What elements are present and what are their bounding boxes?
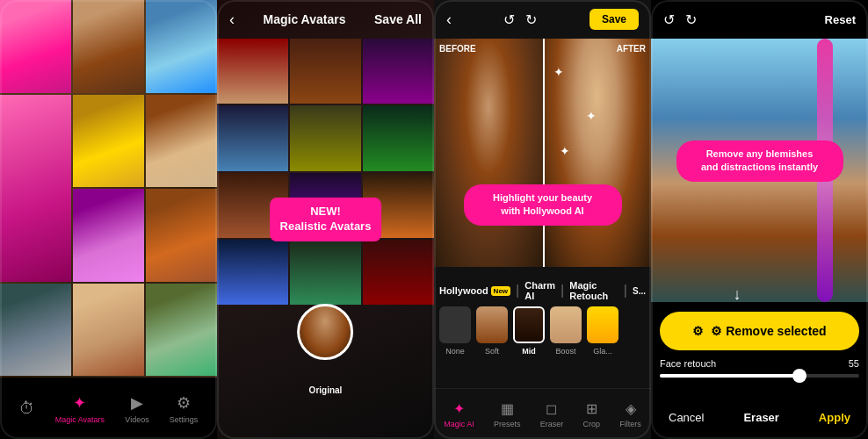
tab-crop[interactable]: ⊞ Crop: [583, 400, 601, 428]
collage-cell: [73, 284, 144, 377]
remove-selected-button[interactable]: ⚙ ⚙ Remove selected: [660, 312, 859, 350]
tab-magic-ai[interactable]: ✦ Magic AI: [444, 400, 474, 428]
original-avatar-circle[interactable]: [297, 304, 353, 360]
remove-selected-icon: ⚙: [692, 324, 704, 338]
avatar-cell: [290, 240, 361, 305]
sparkle-icon: ✦: [586, 109, 597, 123]
sparkle-icon: ✦: [553, 65, 564, 79]
avatar-collage-grid: [0, 0, 217, 378]
bottom-nav: ⏱ ✦ Magic Avatars ▶ Videos ⚙ Settings: [0, 378, 217, 439]
back-button[interactable]: ‹: [229, 11, 235, 29]
face-retouch-slider[interactable]: [660, 374, 859, 378]
collage-cell: [0, 284, 71, 377]
collage-cell: [146, 95, 217, 188]
settings-icon: ⚙: [177, 393, 191, 413]
cancel-button[interactable]: Cancel: [669, 411, 704, 424]
undo-button[interactable]: ↺: [663, 11, 675, 28]
slider-thumb[interactable]: [792, 369, 807, 383]
save-button[interactable]: Save: [590, 9, 639, 30]
history-icon: ⏱: [19, 399, 35, 418]
avatar-cell: [217, 173, 288, 238]
preset-s[interactable]: S...: [633, 286, 646, 296]
collage-cell: [0, 0, 71, 93]
highlight-text: Highlight your beautywith Hollywood AI: [493, 192, 592, 216]
tab-presets[interactable]: ▦ Presets: [494, 400, 521, 428]
header-title: Magic Avatars: [264, 12, 346, 26]
preset-magic-retouch[interactable]: Magic Retouch: [569, 280, 618, 301]
editor-bottom-tabs: ✦ Magic AI ▦ Presets ◻ Eraser ⊞ Crop ◈ F…: [434, 388, 651, 439]
intensity-none[interactable]: None: [439, 306, 471, 356]
avatar-grid: [217, 39, 434, 439]
panel-magic-avatars: ⏱ ✦ Magic Avatars ▶ Videos ⚙ Settings: [0, 0, 217, 439]
bottom-action-bar: Cancel Eraser Apply: [651, 395, 868, 439]
intensity-soft[interactable]: Soft: [476, 306, 508, 356]
nav-label-videos: Videos: [125, 415, 148, 424]
after-label: AFTER: [617, 44, 646, 54]
blemish-text: Remove any blemishesand distractions ins…: [701, 148, 818, 172]
preset-charm-ai[interactable]: Charm AI: [524, 280, 555, 301]
tab-presets-label: Presets: [494, 420, 521, 428]
tab-eraser[interactable]: ◻ Eraser: [540, 400, 564, 428]
sparkle-icon: ✦: [560, 144, 570, 158]
filters-icon: ◈: [626, 400, 636, 417]
face-retouch-label-row: Face retouch 55: [660, 358, 859, 369]
avatar-cell: [290, 39, 361, 104]
new-tag: New: [491, 286, 510, 296]
before-after-compare: BEFORE AFTER ✦ ✦ ✦: [434, 39, 651, 267]
avatar-cell: [363, 105, 434, 170]
nav-item-videos[interactable]: ▶ Videos: [125, 393, 148, 424]
avatar-cell: [217, 105, 288, 170]
apply-button[interactable]: Apply: [819, 411, 850, 424]
slider-fill: [660, 374, 799, 378]
collage-cell: [73, 0, 144, 93]
magic-ai-icon: ✦: [453, 400, 465, 417]
videos-icon: ▶: [131, 393, 143, 413]
remove-selected-label: ⚙ Remove selected: [711, 324, 826, 338]
tab-eraser-label: Eraser: [540, 420, 564, 428]
collage-cell: [146, 189, 217, 282]
magic-avatars-icon: ✦: [73, 393, 86, 413]
panel-header: ↺ ↻ Reset: [651, 0, 868, 39]
avatar-cell: [363, 240, 434, 305]
arrow-down-icon: ↓: [734, 285, 741, 304]
tab-crop-label: Crop: [583, 420, 601, 428]
blemish-bubble: Remove any blemishesand distractions ins…: [676, 140, 843, 182]
panel-before-after: ‹ ↺ ↻ Save BEFORE AFTER ✦ ✦ ✦ Highlight …: [434, 0, 651, 439]
redo-button[interactable]: ↻: [685, 11, 697, 28]
save-all-button[interactable]: Save All: [374, 12, 422, 26]
panel-header: ‹ ↺ ↻ Save: [434, 0, 651, 39]
collage-cell: [73, 95, 144, 188]
panel-blemish-remover: ↺ ↻ Reset Remove any blemishesand distra…: [651, 0, 868, 439]
avatar-cell: [217, 240, 288, 305]
nav-label-settings: Settings: [170, 415, 199, 424]
avatar-cell: [217, 39, 288, 104]
nav-label-magic-avatars: Magic Avatars: [55, 415, 105, 424]
undo-button[interactable]: ↺: [503, 11, 515, 28]
highlight-bubble: Highlight your beautywith Hollywood AI: [464, 184, 622, 226]
crop-icon: ⊞: [586, 400, 597, 417]
face-retouch-value: 55: [849, 358, 859, 369]
preset-hollywood[interactable]: Hollywood New: [439, 285, 510, 296]
nav-item-magic-avatars[interactable]: ✦ Magic Avatars: [55, 393, 105, 424]
intensity-gla[interactable]: Gla...: [587, 306, 618, 356]
intensity-mid[interactable]: Mid: [513, 306, 545, 356]
tab-magic-ai-label: Magic AI: [444, 420, 474, 428]
eraser-button[interactable]: Eraser: [743, 411, 778, 424]
collage-cell: [146, 284, 217, 377]
redo-button[interactable]: ↻: [525, 11, 537, 28]
compare-divider: [543, 39, 545, 267]
undo-redo-controls: ↺ ↻: [503, 11, 537, 28]
preset-row: Hollywood New | Charm AI | Magic Retouch…: [434, 277, 651, 305]
face-retouch-text: Face retouch: [660, 358, 716, 369]
eraser-icon: ◻: [546, 400, 557, 417]
nav-item-settings[interactable]: ⚙ Settings: [170, 393, 199, 424]
before-photo: BEFORE: [434, 39, 543, 267]
tab-filters[interactable]: ◈ Filters: [619, 400, 641, 428]
nav-item-history[interactable]: ⏱: [19, 399, 35, 418]
reset-button[interactable]: Reset: [825, 13, 856, 26]
avatar-cell: [363, 173, 434, 238]
intensity-boost[interactable]: Boost: [550, 306, 582, 356]
collage-cell: [0, 95, 71, 282]
back-button[interactable]: ‹: [446, 11, 452, 29]
face-retouch-section: Face retouch 55: [660, 358, 859, 378]
